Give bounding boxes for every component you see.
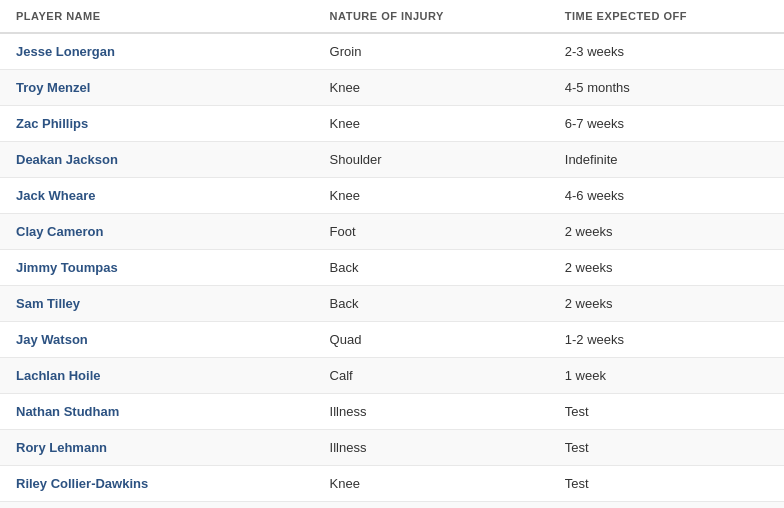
table-header: PLAYER NAME NATURE OF INJURY TIME EXPECT… [0, 0, 784, 33]
injury-cell: Illness [314, 394, 549, 430]
injury-cell: Foot [314, 214, 549, 250]
injury-cell: Knee [314, 70, 549, 106]
player-name: Deakan Jackson [16, 152, 118, 167]
injury-cell: Knee [314, 502, 549, 509]
player-name-cell: David Brinker-Ritchie [0, 502, 314, 509]
table-body: Jesse LonerganGroin2-3 weeksTroy MenzelK… [0, 33, 784, 508]
player-name: Lachlan Hoile [16, 368, 101, 383]
player-name-cell: Jesse Lonergan [0, 33, 314, 70]
time-cell: Test [549, 502, 784, 509]
injury-cell: Shoulder [314, 142, 549, 178]
player-name: Jimmy Toumpas [16, 260, 118, 275]
header-player: PLAYER NAME [0, 0, 314, 33]
injury-cell: Illness [314, 430, 549, 466]
time-cell: Test [549, 466, 784, 502]
time-cell: 6-7 weeks [549, 106, 784, 142]
injury-table: PLAYER NAME NATURE OF INJURY TIME EXPECT… [0, 0, 784, 508]
table-row: Nathan StudhamIllnessTest [0, 394, 784, 430]
table-row: Sam TilleyBack2 weeks [0, 286, 784, 322]
table-row: Zac PhillipsKnee6-7 weeks [0, 106, 784, 142]
injury-cell: Back [314, 286, 549, 322]
time-cell: 2 weeks [549, 286, 784, 322]
header-injury: NATURE OF INJURY [314, 0, 549, 33]
table-row: Deakan JacksonShoulderIndefinite [0, 142, 784, 178]
table-row: Troy MenzelKnee4-5 months [0, 70, 784, 106]
table-row: Rory LehmannIllnessTest [0, 430, 784, 466]
injury-cell: Quad [314, 322, 549, 358]
injury-cell: Knee [314, 466, 549, 502]
player-name-cell: Riley Collier-Dawkins [0, 466, 314, 502]
player-name: Troy Menzel [16, 80, 90, 95]
injury-cell: Calf [314, 358, 549, 394]
table-row: Jay WatsonQuad1-2 weeks [0, 322, 784, 358]
time-cell: 2-3 weeks [549, 33, 784, 70]
table-row: Clay CameronFoot2 weeks [0, 214, 784, 250]
player-name-cell: Troy Menzel [0, 70, 314, 106]
header-row: PLAYER NAME NATURE OF INJURY TIME EXPECT… [0, 0, 784, 33]
injury-cell: Knee [314, 178, 549, 214]
player-name-cell: Sam Tilley [0, 286, 314, 322]
player-name-cell: Zac Phillips [0, 106, 314, 142]
time-cell: 4-5 months [549, 70, 784, 106]
player-name-cell: Deakan Jackson [0, 142, 314, 178]
player-name: Jesse Lonergan [16, 44, 115, 59]
player-name-cell: Jay Watson [0, 322, 314, 358]
time-cell: 1-2 weeks [549, 322, 784, 358]
player-name-cell: Nathan Studham [0, 394, 314, 430]
player-name: Rory Lehmann [16, 440, 107, 455]
time-cell: 1 week [549, 358, 784, 394]
player-name-cell: Lachlan Hoile [0, 358, 314, 394]
injury-cell: Knee [314, 106, 549, 142]
player-name: Jay Watson [16, 332, 88, 347]
player-name: Nathan Studham [16, 404, 119, 419]
injury-table-container: PLAYER NAME NATURE OF INJURY TIME EXPECT… [0, 0, 784, 508]
time-cell: Test [549, 394, 784, 430]
player-name-cell: Jack Wheare [0, 178, 314, 214]
player-name: Zac Phillips [16, 116, 88, 131]
player-name-cell: Jimmy Toumpas [0, 250, 314, 286]
player-name-cell: Clay Cameron [0, 214, 314, 250]
player-name: Clay Cameron [16, 224, 103, 239]
table-row: Jimmy ToumpasBack2 weeks [0, 250, 784, 286]
table-row: Riley Collier-DawkinsKneeTest [0, 466, 784, 502]
player-name-cell: Rory Lehmann [0, 430, 314, 466]
table-row: David Brinker-RitchieKneeTest [0, 502, 784, 509]
header-time: TIME EXPECTED OFF [549, 0, 784, 33]
time-cell: Indefinite [549, 142, 784, 178]
time-cell: 2 weeks [549, 214, 784, 250]
injury-cell: Back [314, 250, 549, 286]
table-row: Jack WheareKnee4-6 weeks [0, 178, 784, 214]
time-cell: 4-6 weeks [549, 178, 784, 214]
time-cell: Test [549, 430, 784, 466]
injury-cell: Groin [314, 33, 549, 70]
table-row: Jesse LonerganGroin2-3 weeks [0, 33, 784, 70]
table-row: Lachlan HoileCalf1 week [0, 358, 784, 394]
time-cell: 2 weeks [549, 250, 784, 286]
player-name: Jack Wheare [16, 188, 96, 203]
player-name: Riley Collier-Dawkins [16, 476, 148, 491]
player-name: Sam Tilley [16, 296, 80, 311]
